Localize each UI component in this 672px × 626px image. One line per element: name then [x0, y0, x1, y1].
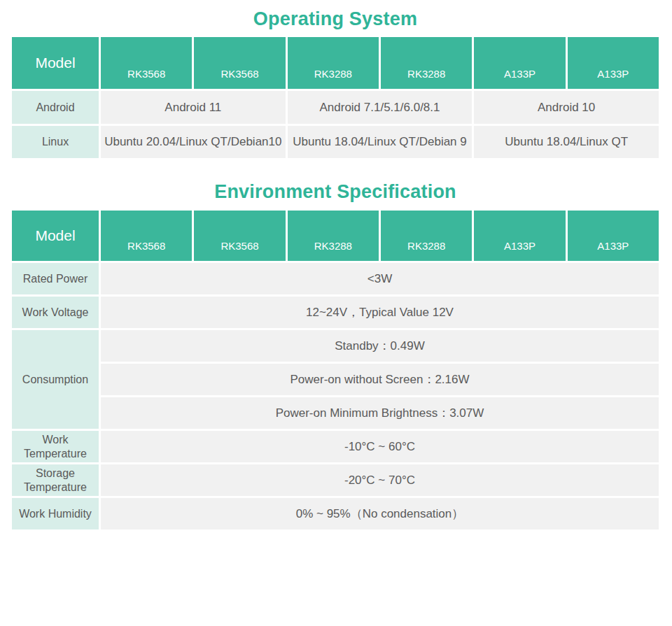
- env-value-work-humidity: 0% ~ 95%（No condensation）: [101, 498, 659, 529]
- os-column-header-rk3288-2: RK3288: [381, 37, 472, 89]
- os-column-header-rk3288-1: RK3288: [288, 37, 379, 89]
- os-column-header-a133p-2: A133P: [568, 37, 659, 89]
- env-row-label-work-voltage: Work Voltage: [12, 297, 99, 328]
- env-value-rated-power: <3W: [101, 263, 659, 294]
- env-column-header-rk3288-1: RK3288: [288, 211, 379, 261]
- env-column-header-rk3288-2: RK3288: [381, 211, 472, 261]
- os-value-linux-rk3568: Ubuntu 20.04/Linux QT/Debian10: [101, 126, 286, 158]
- env-table-title: Environment Specification: [12, 181, 659, 203]
- os-value-linux-rk3288: Ubuntu 18.04/Linux QT/Debian 9: [288, 126, 472, 158]
- os-column-header-rk3568-2: RK3568: [194, 37, 285, 89]
- os-table: Model RK3568 RK3568 RK3288 RK3288 A133P …: [12, 37, 659, 158]
- env-table: Model RK3568 RK3568 RK3288 RK3288 A133P …: [12, 211, 659, 529]
- os-value-android-rk3288: Android 7.1/5.1/6.0/8.1: [288, 91, 472, 124]
- env-value-consumption-power-on: Power-on without Screen：2.16W: [101, 364, 659, 395]
- os-value-linux-a133p: Ubuntu 18.04/Linux QT: [474, 126, 659, 158]
- env-value-work-voltage: 12~24V，Typical Value 12V: [101, 297, 659, 328]
- env-column-header-rk3568-1: RK3568: [101, 211, 192, 261]
- os-value-android-rk3568: Android 11: [101, 91, 286, 124]
- os-model-header-cell: Model: [12, 37, 99, 89]
- env-value-consumption-standby: Standby：0.49W: [101, 330, 659, 362]
- env-column-header-a133p-1: A133P: [474, 211, 565, 261]
- env-row-label-work-temperature: Work Temperature: [12, 431, 99, 462]
- os-column-header-a133p-1: A133P: [474, 37, 565, 89]
- os-row-label-android: Android: [12, 91, 99, 124]
- env-row-label-work-humidity: Work Humidity: [12, 498, 99, 529]
- env-row-label-consumption: Consumption: [12, 330, 99, 429]
- env-row-label-rated-power: Rated Power: [12, 263, 99, 294]
- os-column-header-rk3568-1: RK3568: [101, 37, 192, 89]
- env-value-storage-temperature: -20°C ~ 70°C: [101, 464, 659, 496]
- os-value-android-a133p: Android 10: [474, 91, 659, 124]
- os-table-title: Operating System: [12, 8, 659, 30]
- env-column-header-rk3568-2: RK3568: [194, 211, 285, 261]
- os-row-label-linux: Linux: [12, 126, 99, 158]
- env-column-header-a133p-2: A133P: [568, 211, 659, 261]
- env-model-header-cell: Model: [12, 211, 99, 261]
- env-value-work-temperature: -10°C ~ 60°C: [101, 431, 659, 462]
- env-row-label-storage-temperature: Storage Temperature: [12, 464, 99, 496]
- env-value-consumption-min-brightness: Power-on Minimum Brightness：3.07W: [101, 397, 659, 429]
